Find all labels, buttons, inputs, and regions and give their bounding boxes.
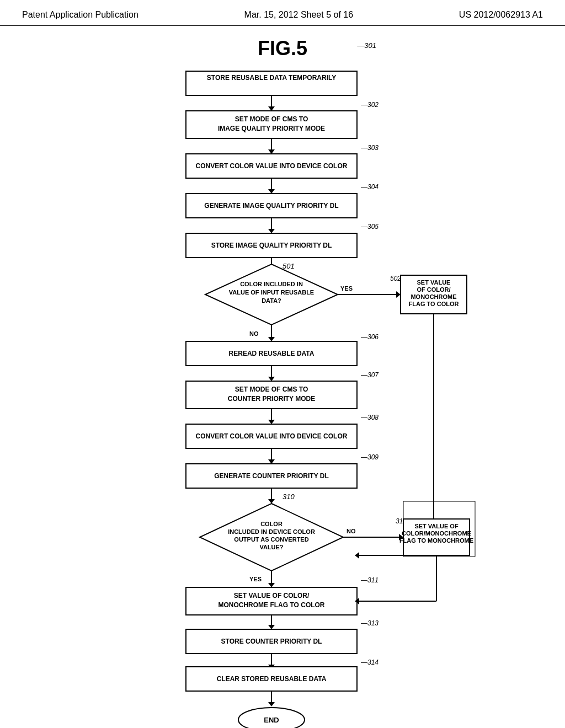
svg-marker-35	[268, 337, 275, 341]
svg-text:IMAGE QUALITY PRIORITY MODE: IMAGE QUALITY PRIORITY MODE	[218, 125, 325, 132]
svg-text:END: END	[264, 716, 279, 724]
svg-text:SET MODE OF CMS TO: SET MODE OF CMS TO	[235, 386, 308, 393]
fig-title: FIG.5	[258, 37, 307, 60]
svg-text:SET VALUE: SET VALUE	[417, 279, 451, 286]
svg-text:INCLUDED IN DEVICE COLOR: INCLUDED IN DEVICE COLOR	[228, 528, 315, 535]
svg-text:SET VALUE OF: SET VALUE OF	[414, 523, 459, 529]
svg-marker-65	[268, 499, 275, 504]
header-right: US 2012/0062913 A1	[459, 10, 543, 20]
svg-text:—309: —309	[360, 453, 379, 461]
page-header: Patent Application Publication Mar. 15, …	[0, 0, 565, 26]
svg-marker-55	[268, 420, 275, 424]
svg-marker-49	[268, 377, 275, 381]
svg-text:—307: —307	[360, 371, 379, 379]
svg-marker-14	[268, 189, 275, 194]
svg-text:VALUE OF INPUT REUSABLE: VALUE OF INPUT REUSABLE	[229, 289, 314, 296]
svg-text:CONVERT COLOR VALUE INTO DEVIC: CONVERT COLOR VALUE INTO DEVICE COLOR	[196, 162, 348, 170]
svg-text:MONOCHROME: MONOCHROME	[411, 293, 456, 300]
svg-text:—313: —313	[360, 619, 379, 627]
svg-marker-73	[268, 583, 275, 587]
svg-text:GENERATE IMAGE QUALITY PRIORIT: GENERATE IMAGE QUALITY PRIORITY DL	[204, 202, 338, 210]
svg-text:—304: —304	[360, 183, 379, 191]
svg-text:GENERATE COUNTER PRIORITY DL: GENERATE COUNTER PRIORITY DL	[214, 472, 329, 480]
svg-text:FLAG TO COLOR: FLAG TO COLOR	[409, 301, 459, 307]
svg-text:OUTPUT AS CONVERTED: OUTPUT AS CONVERTED	[234, 536, 308, 543]
svg-text:—306: —306	[360, 333, 379, 341]
svg-text:COLOR: COLOR	[260, 521, 282, 527]
fig-ref: —301	[357, 41, 376, 50]
svg-text:DATA?: DATA?	[262, 297, 281, 304]
svg-text:MONOCHROME FLAG TO COLOR: MONOCHROME FLAG TO COLOR	[218, 601, 324, 609]
svg-text:NO: NO	[249, 330, 259, 337]
svg-text:COLOR/MONOCHROME: COLOR/MONOCHROME	[402, 530, 471, 537]
svg-text:COLOR INCLUDED IN: COLOR INCLUDED IN	[240, 281, 303, 287]
svg-text:—308: —308	[360, 414, 379, 421]
main-content: FIG.5 —301 STORE REUSABLE DATA TEMPORARI…	[0, 26, 565, 728]
svg-marker-91	[268, 625, 275, 629]
svg-text:SET MODE OF CMS TO: SET MODE OF CMS TO	[235, 115, 308, 123]
svg-text:—311: —311	[360, 576, 379, 584]
svg-text:502: 502	[390, 275, 401, 282]
svg-marker-9	[268, 149, 275, 154]
svg-text:VALUE?: VALUE?	[259, 544, 283, 550]
svg-text:—302: —302	[360, 101, 379, 109]
svg-text:YES: YES	[249, 576, 262, 582]
svg-text:REREAD REUSABLE DATA: REREAD REUSABLE DATA	[229, 350, 315, 357]
svg-text:501: 501	[282, 262, 295, 270]
flowchart: STORE REUSABLE DATA TEMPORARILY —302 SET…	[84, 66, 481, 672]
svg-marker-31	[396, 291, 401, 298]
svg-marker-19	[268, 229, 275, 233]
svg-text:—305: —305	[360, 223, 379, 231]
svg-text:FLAG TO MONOCHROME: FLAG TO MONOCHROME	[399, 537, 473, 544]
flowchart-bottom: CLEAR STORED REUSABLE DATA END	[84, 661, 481, 728]
svg-text:OF COLOR/: OF COLOR/	[417, 286, 450, 293]
svg-text:—303: —303	[360, 144, 379, 152]
svg-text:STORE REUSABLE DATA TEMPORARIL: STORE REUSABLE DATA TEMPORARILY	[207, 74, 336, 82]
svg-text:310: 310	[282, 493, 295, 501]
svg-text:CONVERT COLOR VALUE INTO DEVIC: CONVERT COLOR VALUE INTO DEVICE COLOR	[196, 432, 348, 440]
svg-marker-60	[268, 459, 275, 464]
svg-marker-45	[355, 552, 359, 559]
header-left: Patent Application Publication	[22, 10, 138, 20]
svg-text:SET VALUE OF COLOR/: SET VALUE OF COLOR/	[234, 592, 310, 599]
header-center: Mar. 15, 2012 Sheet 5 of 16	[244, 10, 353, 20]
svg-text:STORE IMAGE QUALITY PRIORITY D: STORE IMAGE QUALITY PRIORITY DL	[211, 242, 332, 249]
svg-text:NO: NO	[347, 528, 356, 534]
svg-marker-3	[268, 106, 275, 111]
svg-text:COUNTER PRIORITY MODE: COUNTER PRIORITY MODE	[228, 395, 315, 403]
svg-text:CLEAR STORED REUSABLE DATA: CLEAR STORED REUSABLE DATA	[217, 675, 327, 683]
svg-text:YES: YES	[340, 285, 353, 292]
svg-text:STORE COUNTER PRIORITY DL: STORE COUNTER PRIORITY DL	[221, 638, 322, 645]
svg-marker-102	[268, 702, 275, 706]
